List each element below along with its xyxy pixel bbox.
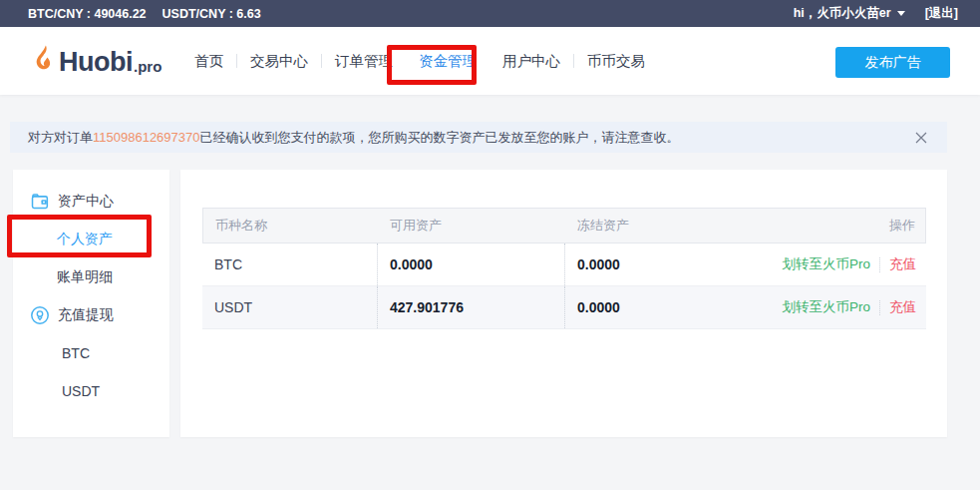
action-divider (879, 257, 880, 272)
sidebar-item-deposit-withdraw[interactable]: 充值提现 (13, 296, 169, 334)
sidebar-item-label: USDT (62, 383, 100, 399)
deposit-link[interactable]: 充值 (889, 298, 916, 316)
sidebar: 资产中心 个人资产 账单明细 充值提现 BTC USDT (13, 170, 169, 437)
available-balance: 427.901776 (377, 286, 564, 328)
notification-banner: 对方对订单 115098612697370 已经确认收到您支付的款项，您所购买的… (10, 122, 947, 153)
col-header-available: 可用资产 (378, 217, 565, 235)
transfer-to-pro-link[interactable]: 划转至火币Pro (782, 298, 870, 316)
logo-name: Huobi (59, 50, 133, 76)
table-row-btc: BTC 0.0000 0.0000 划转至火币Pro 充值 (202, 244, 926, 286)
huobi-logo[interactable]: Huobi .pro (33, 44, 162, 76)
main-nav: 首页 交易中心 订单管理 资金管理 用户中心 币币交易 (194, 27, 658, 95)
sidebar-item-label: 资产中心 (58, 193, 114, 211)
page: BTC/CNY : 49046.22 USDT/CNY : 6.63 hi，火币… (0, 0, 980, 490)
caret-down-icon (897, 11, 905, 16)
action-divider (879, 300, 880, 315)
table-row-usdt: USDT 427.901776 0.0000 划转至火币Pro 充值 (202, 286, 926, 329)
assets-panel: 币种名称 可用资产 冻结资产 操作 BTC 0.0000 0.0000 划转至火… (180, 170, 947, 437)
user-menu[interactable]: hi，火币小火苗er (794, 5, 891, 22)
topbar: BTC/CNY : 49046.22 USDT/CNY : 6.63 hi，火币… (0, 0, 980, 27)
order-id-link[interactable]: 115098612697370 (93, 130, 200, 145)
sidebar-item-label: BTC (62, 345, 90, 361)
col-header-frozen: 冻结资产 (565, 217, 756, 235)
publish-ad-button[interactable]: 发布广告 (835, 47, 950, 78)
row-actions: 划转至火币Pro 充值 (757, 244, 926, 285)
nav-item-home[interactable]: 首页 (194, 52, 236, 71)
logout-link[interactable]: [退出] (925, 5, 958, 22)
ticker-usdt-cny: USDT/CNY : 6.63 (163, 7, 261, 21)
account-area: hi，火币小火苗er [退出] (794, 5, 958, 22)
sidebar-item-label: 充值提现 (58, 306, 114, 324)
sidebar-item-asset-center[interactable]: 资产中心 (13, 183, 169, 221)
col-header-actions: 操作 (756, 217, 925, 235)
sidebar-item-btc[interactable]: BTC (13, 334, 169, 372)
notice-text-prefix: 对方对订单 (28, 129, 93, 147)
transfer-to-pro-link[interactable]: 划转至火币Pro (782, 255, 870, 273)
currency-name: USDT (202, 299, 377, 315)
available-balance: 0.0000 (377, 244, 564, 285)
nav-item-order-management[interactable]: 订单管理 (322, 52, 406, 71)
sidebar-item-personal-assets[interactable]: 个人资产 (13, 221, 169, 258)
col-header-currency: 币种名称 (203, 217, 378, 235)
deposit-link[interactable]: 充值 (889, 255, 916, 273)
nav-item-coin-trade[interactable]: 币币交易 (574, 52, 658, 71)
flame-icon (33, 44, 54, 76)
ticker-btc-cny: BTC/CNY : 49046.22 (28, 7, 147, 21)
sidebar-item-bill-details[interactable]: 账单明细 (13, 258, 169, 296)
notice-text-suffix: 已经确认收到您支付的款项，您所购买的数字资产已发放至您的账户，请注意查收。 (200, 129, 680, 147)
sidebar-item-label: 账单明细 (57, 268, 113, 286)
pin-icon (30, 305, 50, 325)
frozen-balance: 0.0000 (564, 244, 757, 285)
frozen-balance: 0.0000 (564, 286, 757, 328)
logo-suffix: .pro (134, 58, 162, 75)
nav-item-funds-management[interactable]: 资金管理 (406, 52, 490, 71)
nav-item-trade-center[interactable]: 交易中心 (237, 52, 321, 71)
nav-item-user-center[interactable]: 用户中心 (490, 52, 573, 71)
table-header-row: 币种名称 可用资产 冻结资产 操作 (202, 208, 926, 244)
close-icon[interactable] (915, 132, 927, 144)
sidebar-item-label: 个人资产 (57, 231, 113, 248)
row-actions: 划转至火币Pro 充值 (757, 286, 926, 328)
currency-name: BTC (202, 256, 377, 272)
wallet-icon (30, 192, 50, 212)
assets-table: 币种名称 可用资产 冻结资产 操作 BTC 0.0000 0.0000 划转至火… (202, 208, 926, 329)
header: Huobi .pro 首页 交易中心 订单管理 资金管理 用户中心 币币交易 发… (0, 27, 980, 95)
price-tickers: BTC/CNY : 49046.22 USDT/CNY : 6.63 (28, 7, 261, 21)
sidebar-item-usdt[interactable]: USDT (13, 372, 169, 410)
